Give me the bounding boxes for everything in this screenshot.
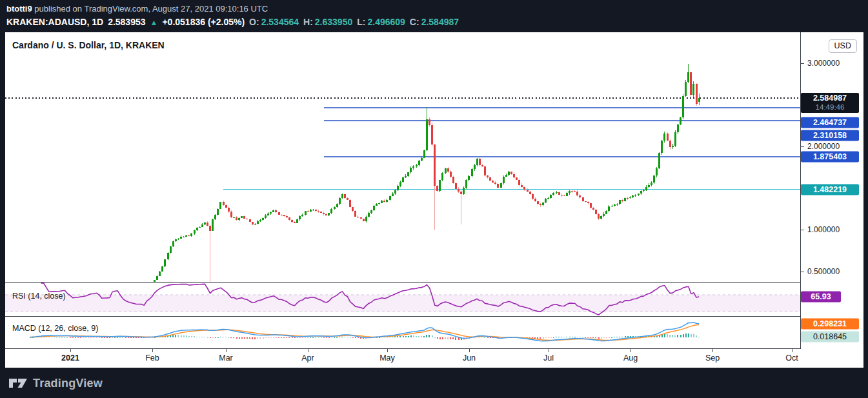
time-axis-label[interactable]: Sep bbox=[705, 353, 720, 363]
price-tick-label: 3.000000 bbox=[807, 59, 840, 68]
macd-histogram-label[interactable]: 0.018645 bbox=[801, 332, 859, 343]
symbol-status-line: KRAKEN:ADAUSD, 1D 2.583953 ▲ +0.051836 (… bbox=[6, 16, 459, 28]
chart-frame: Cardano / U. S. Dollar, 1D, KRAKEN RSI (… bbox=[5, 32, 863, 368]
current-price-value: 2.584987 bbox=[801, 94, 859, 103]
axis-tick bbox=[801, 146, 804, 147]
close-key: C: bbox=[410, 16, 419, 28]
high-value: 2.633950 bbox=[315, 16, 352, 28]
tradingview-snapshot: btotti9 published on TradingView.com, Au… bbox=[0, 0, 868, 398]
snapshot-header: btotti9 published on TradingView.com, Au… bbox=[6, 3, 459, 28]
pane-divider-main-rsi[interactable] bbox=[5, 282, 863, 283]
time-axis-label[interactable]: 2021 bbox=[61, 353, 79, 363]
pane-divider-rsi-macd[interactable] bbox=[5, 316, 863, 317]
level-price-label[interactable]: 2.464737 bbox=[801, 117, 859, 128]
high-key: H: bbox=[303, 16, 313, 28]
bar-countdown: 14:49:46 bbox=[801, 103, 859, 112]
time-axis-label[interactable]: Jun bbox=[463, 353, 476, 363]
candlestick-chart-canvas[interactable] bbox=[5, 32, 800, 349]
time-axis-label[interactable]: Apr bbox=[301, 353, 314, 363]
time-tick bbox=[469, 349, 470, 352]
time-axis-label[interactable]: Jul bbox=[543, 353, 554, 363]
time-tick bbox=[308, 349, 308, 352]
time-tick bbox=[712, 349, 713, 352]
time-tick bbox=[152, 349, 153, 352]
time-tick bbox=[631, 349, 631, 352]
time-axis-label[interactable]: Aug bbox=[623, 353, 638, 363]
axis-tick bbox=[801, 272, 804, 272]
publisher-username: btotti9 bbox=[6, 4, 32, 14]
chart-title[interactable]: Cardano / U. S. Dollar, 1D, KRAKEN bbox=[12, 40, 165, 50]
time-axis-label[interactable]: Oct bbox=[785, 353, 798, 363]
footer-brand: TradingView bbox=[8, 376, 103, 391]
publish-line: btotti9 published on TradingView.com, Au… bbox=[6, 3, 459, 15]
price-tick-label: 0.500000 bbox=[807, 267, 840, 276]
price-change: +0.051836 (+2.05%) bbox=[162, 16, 245, 28]
time-tick bbox=[387, 349, 388, 352]
price-tick-label: 1.000000 bbox=[807, 225, 840, 234]
price-axis[interactable]: USD 3.0000002.0000001.0000000.5000002.46… bbox=[801, 32, 863, 349]
level-price-label[interactable]: 2.310158 bbox=[801, 130, 859, 141]
open-key: O: bbox=[249, 16, 259, 28]
tradingview-logo-icon bbox=[8, 376, 28, 391]
time-axis-label[interactable]: Mar bbox=[219, 353, 233, 363]
level-price-label[interactable]: 1.875403 bbox=[801, 152, 859, 163]
time-axis[interactable]: 2021FebMarAprMayJunJulAugSepOct bbox=[5, 349, 863, 368]
brand-name[interactable]: TradingView bbox=[33, 377, 103, 390]
symbol-name[interactable]: KRAKEN:ADAUSD, 1D bbox=[6, 16, 103, 28]
time-tick bbox=[549, 349, 549, 352]
up-arrow-icon: ▲ bbox=[150, 17, 158, 28]
low-value: 2.496609 bbox=[367, 16, 405, 28]
macd-signal-label[interactable]: 0.298231 bbox=[801, 319, 859, 330]
rsi-value-label[interactable]: 65.93 bbox=[801, 292, 841, 303]
time-axis-label[interactable]: Feb bbox=[145, 353, 159, 363]
last-price: 2.583953 bbox=[108, 16, 145, 28]
time-tick bbox=[226, 349, 227, 352]
price-tick-label: 2.000000 bbox=[807, 142, 840, 151]
time-axis-label[interactable]: May bbox=[379, 353, 395, 363]
rsi-legend[interactable]: RSI (14, close) bbox=[12, 292, 66, 301]
axis-tick bbox=[801, 230, 804, 230]
current-price-label[interactable]: 2.58498714:49:46 bbox=[801, 93, 859, 113]
time-tick bbox=[70, 349, 71, 352]
axis-tick bbox=[801, 121, 804, 121]
publish-info: published on TradingView.com, August 27,… bbox=[32, 4, 268, 14]
close-value: 2.584987 bbox=[421, 16, 459, 28]
axis-tick bbox=[801, 63, 804, 64]
level-price-label[interactable]: 1.482219 bbox=[801, 184, 859, 195]
macd-legend[interactable]: MACD (12, 26, close, 9) bbox=[12, 324, 98, 333]
low-key: L: bbox=[357, 16, 365, 28]
currency-toggle-button[interactable]: USD bbox=[829, 39, 857, 53]
open-value: 2.534564 bbox=[261, 16, 299, 28]
time-tick bbox=[792, 349, 792, 352]
